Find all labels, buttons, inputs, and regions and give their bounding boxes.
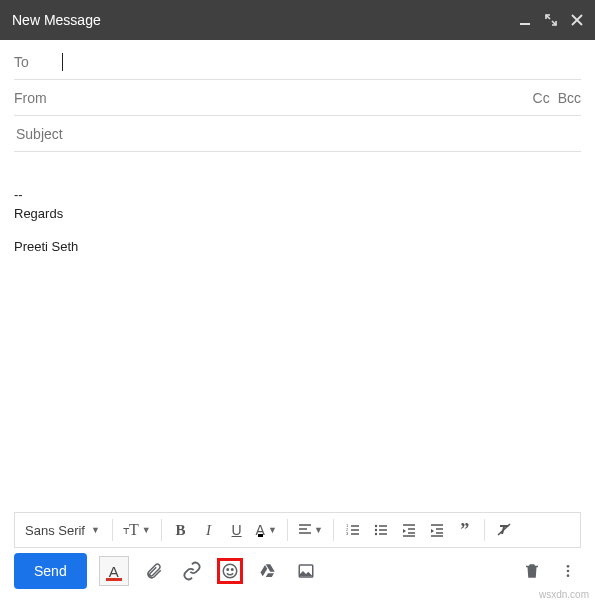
formatting-toolbar: Sans Serif ▼ ᴛT▼ B I U A▼ ▼ 123 ”: [14, 512, 581, 548]
svg-text:3: 3: [346, 531, 349, 536]
svg-point-4: [375, 525, 377, 527]
svg-point-6: [375, 533, 377, 535]
insert-link-button[interactable]: [179, 558, 205, 584]
signature-line-2: Preeti Seth: [14, 238, 581, 257]
svg-point-5: [375, 529, 377, 531]
text-color-button[interactable]: A▼: [252, 516, 281, 544]
compose-fields: To From Cc Bcc: [0, 40, 595, 152]
window-controls: [519, 14, 583, 26]
svg-rect-0: [520, 23, 530, 25]
send-button[interactable]: Send: [14, 553, 87, 589]
indent-less-button[interactable]: [396, 516, 422, 544]
svg-point-9: [231, 569, 233, 571]
text-format-a-icon: A: [109, 563, 119, 580]
font-family-label: Sans Serif: [25, 523, 85, 538]
signature-line-1: Regards: [14, 205, 581, 224]
from-label: From: [14, 90, 60, 106]
font-family-select[interactable]: Sans Serif ▼: [19, 516, 106, 544]
font-size-button[interactable]: ᴛT▼: [119, 516, 155, 544]
chevron-down-icon: ▼: [268, 525, 277, 535]
to-input[interactable]: [63, 53, 581, 71]
insert-photo-button[interactable]: [293, 558, 319, 584]
svg-point-7: [223, 564, 237, 578]
attach-file-button[interactable]: [141, 558, 167, 584]
bold-button[interactable]: B: [168, 516, 194, 544]
italic-button[interactable]: I: [196, 516, 222, 544]
compose-titlebar: New Message: [0, 0, 595, 40]
chevron-down-icon: ▼: [314, 525, 323, 535]
window-title: New Message: [12, 12, 101, 28]
svg-point-11: [567, 565, 570, 568]
numbered-list-button[interactable]: 123: [340, 516, 366, 544]
svg-point-13: [567, 574, 570, 577]
chevron-down-icon: ▼: [91, 525, 100, 535]
close-icon[interactable]: [571, 14, 583, 26]
from-field-row[interactable]: From Cc Bcc: [14, 80, 581, 116]
quote-button[interactable]: ”: [452, 516, 478, 544]
discard-draft-button[interactable]: [519, 558, 545, 584]
chevron-down-icon: ▼: [142, 525, 151, 535]
more-options-button[interactable]: [555, 558, 581, 584]
message-body[interactable]: -- Regards Preeti Seth: [0, 152, 595, 482]
subject-field-row[interactable]: [14, 116, 581, 152]
watermark: wsxdn.com: [539, 589, 589, 600]
insert-emoji-button[interactable]: [217, 558, 243, 584]
remove-formatting-button[interactable]: [491, 516, 517, 544]
minimize-icon[interactable]: [519, 14, 531, 26]
signature-divider: --: [14, 186, 581, 205]
insert-drive-button[interactable]: [255, 558, 281, 584]
subject-input[interactable]: [14, 125, 581, 143]
from-input[interactable]: [60, 89, 533, 107]
compose-action-bar: Send A: [14, 552, 581, 590]
bcc-button[interactable]: Bcc: [558, 90, 581, 106]
bulleted-list-button[interactable]: [368, 516, 394, 544]
align-button[interactable]: ▼: [294, 516, 327, 544]
indent-more-button[interactable]: [424, 516, 450, 544]
to-label: To: [14, 54, 60, 70]
svg-point-12: [567, 570, 570, 573]
svg-point-8: [227, 569, 229, 571]
cc-button[interactable]: Cc: [533, 90, 550, 106]
fullscreen-icon[interactable]: [545, 14, 557, 26]
underline-button[interactable]: U: [224, 516, 250, 544]
to-field-row[interactable]: To: [14, 44, 581, 80]
text-formatting-toggle[interactable]: A: [99, 556, 129, 586]
